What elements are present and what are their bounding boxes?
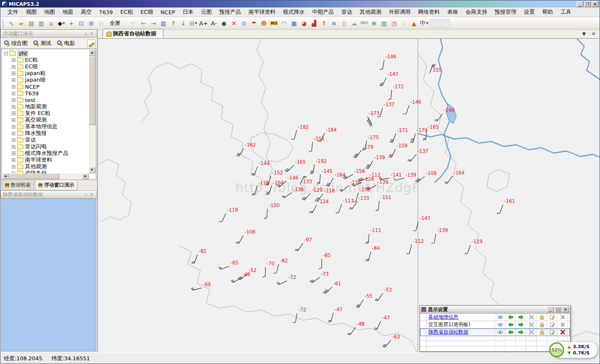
new-layer-icon[interactable]: + xyxy=(66,18,76,28)
scroll-down-icon[interactable]: ▼ xyxy=(89,167,95,173)
scroll-right-icon[interactable]: ▶ xyxy=(82,173,89,179)
animation-icon[interactable]: ▥ xyxy=(158,18,168,28)
eye-icon[interactable]: ◉ xyxy=(219,18,229,28)
tree-item-16[interactable]: +南半球资料 xyxy=(2,157,96,163)
expand-icon[interactable]: + xyxy=(12,105,15,109)
fill-style-icon[interactable]: ◆▼ xyxy=(56,18,66,28)
expand-icon[interactable]: + xyxy=(12,118,15,122)
print-icon[interactable]: ▥ xyxy=(36,18,46,28)
menu-item-23[interactable]: 设置 xyxy=(520,7,538,17)
edit-layer-icon[interactable] xyxy=(547,314,558,321)
network-monitor[interactable]: 52% 3.3K/S 0.7K/S xyxy=(552,342,598,358)
tree-item-1[interactable]: +EC粗 xyxy=(2,57,96,63)
tree-item-3[interactable]: +japan粗 xyxy=(2,70,96,77)
layer-settings-icon[interactable] xyxy=(526,329,537,336)
expand-icon[interactable]: + xyxy=(12,65,15,69)
menu-item-5[interactable]: 高空 xyxy=(77,7,95,17)
close-document-icon[interactable]: ✕ xyxy=(592,31,595,37)
close-button[interactable]: × xyxy=(592,1,598,7)
up-icon[interactable]: ↑ xyxy=(168,18,178,28)
tree-item-5[interactable]: +NCEP xyxy=(2,83,96,90)
maximize-icon[interactable]: □ xyxy=(555,307,561,312)
scroll-thumb[interactable] xyxy=(9,173,59,179)
tree-item-2[interactable]: +EC细 xyxy=(2,63,96,70)
move-forward-icon[interactable] xyxy=(516,314,526,321)
layer-name[interactable]: 陕西省自动站数据 xyxy=(427,329,495,336)
tree-item-8[interactable]: +地面观测 xyxy=(2,103,96,110)
map-viewport[interactable]: http://blog.csdn.net/HZdgF-146-147-172-1… xyxy=(98,39,600,352)
move-forward-icon[interactable] xyxy=(516,321,526,328)
menu-item-25[interactable]: 工具 xyxy=(557,7,575,17)
layer-settings-icon[interactable] xyxy=(526,314,537,321)
minimize-icon[interactable]: _ xyxy=(547,307,554,312)
tree-item-12[interactable]: +降水预报 xyxy=(2,130,96,137)
menu-item-3[interactable]: 地图 xyxy=(40,7,59,17)
cloud-run-icon[interactable]: ☁ xyxy=(349,18,359,28)
tile-windows-icon[interactable]: ⊞ xyxy=(86,18,96,28)
menu-item-21[interactable]: 会商支持 xyxy=(462,7,491,17)
menu-item-12[interactable]: 预报产品 xyxy=(215,7,245,17)
menu-item-20[interactable]: 表格 xyxy=(443,7,462,17)
menu-item-16[interactable]: 雷达 xyxy=(338,7,356,17)
next-icon[interactable]: → xyxy=(148,18,158,28)
print-preview-icon[interactable]: ▤ xyxy=(26,18,36,28)
tree-item-9[interactable]: +复件 EC粗 xyxy=(2,110,96,117)
antenna-icon[interactable]: ⟂ xyxy=(399,18,409,28)
tree-item-15[interactable]: +模式降水预报产品 xyxy=(2,150,96,157)
tree-item-4[interactable]: +japan细 xyxy=(2,77,96,83)
edit-layer-icon[interactable] xyxy=(547,321,558,328)
close-icon[interactable]: × xyxy=(562,307,569,312)
prev-icon[interactable]: ← xyxy=(138,18,148,28)
expand-icon[interactable]: + xyxy=(12,132,15,135)
menu-item-13[interactable]: 南半球资料 xyxy=(245,7,279,17)
visibility-icon[interactable] xyxy=(495,314,505,321)
scroll-thumb[interactable] xyxy=(89,56,95,125)
data-tree[interactable]: −zht+EC粗+EC细+japan粗+japan细+NCEP+T639+tes… xyxy=(1,49,96,180)
menu-item-7[interactable]: EC粗 xyxy=(117,7,137,17)
expand-icon[interactable]: + xyxy=(12,58,15,62)
expand-icon[interactable]: + xyxy=(12,145,15,149)
font-increase-icon[interactable]: A+ xyxy=(198,18,209,28)
lock-icon[interactable] xyxy=(537,329,547,336)
image-icon[interactable]: ▧ xyxy=(379,18,389,28)
menu-item-19[interactable]: 网络资料 xyxy=(414,7,443,17)
expand-icon[interactable]: + xyxy=(12,78,15,82)
pie-chart-icon[interactable]: ◕ xyxy=(299,18,309,28)
lock-icon[interactable] xyxy=(537,314,547,321)
layer-name[interactable]: 交互图层1(透明板) xyxy=(427,321,495,328)
menu-item-17[interactable]: 其他观测 xyxy=(356,7,385,17)
menu-item-22[interactable]: 预报管理 xyxy=(491,7,520,17)
expand-icon[interactable]: + xyxy=(12,152,15,155)
tree-item-11[interactable]: +基本地理信息 xyxy=(2,123,96,130)
menu-item-6[interactable]: T639 xyxy=(95,8,117,17)
tab-list-dropdown-icon[interactable]: ▼ xyxy=(582,31,585,37)
export-window-icon[interactable]: ⊡ xyxy=(76,18,86,28)
menu-item-11[interactable]: 云图 xyxy=(197,7,215,17)
edit-layer-icon[interactable] xyxy=(547,329,558,336)
team-icon[interactable]: ☻ xyxy=(259,18,269,28)
quick-button-3[interactable]: 电影 xyxy=(55,38,77,48)
visibility-icon[interactable] xyxy=(495,321,505,328)
close-doc-icon[interactable]: ✕ xyxy=(229,18,239,28)
menu-item-8[interactable]: EC细 xyxy=(137,7,157,17)
scroll-up-icon[interactable]: ▲ xyxy=(89,50,95,56)
alarm-icon[interactable]: ▲ xyxy=(409,18,419,28)
expand-icon[interactable]: + xyxy=(12,72,15,75)
awx-icon[interactable]: AWX xyxy=(359,18,369,28)
menu-item-9[interactable]: NCEP xyxy=(157,8,179,17)
bar-chart-icon[interactable]: ▟ xyxy=(309,18,319,28)
expand-icon[interactable]: + xyxy=(12,125,15,129)
tree-item-13[interactable]: +雷达 xyxy=(2,137,96,143)
tree-item-6[interactable]: +T639 xyxy=(2,90,96,97)
restore-button[interactable]: ❐ xyxy=(584,1,591,7)
rainbow-icon[interactable]: ◠ xyxy=(279,18,289,28)
clipboard-icon[interactable]: ▯ xyxy=(339,18,349,28)
layer-row-3[interactable]: 陕西省自动站数据 xyxy=(420,329,570,336)
menu-item-24[interactable]: 帮助 xyxy=(538,7,557,17)
open-folder-icon[interactable]: ▰ xyxy=(16,18,26,28)
search-doc-icon[interactable]: ⊙ xyxy=(239,18,249,28)
tree-root[interactable]: −zht xyxy=(2,50,96,57)
layer-name[interactable]: 基础地理信息 xyxy=(427,314,495,321)
expand-icon[interactable]: + xyxy=(12,158,15,162)
expand-icon[interactable]: + xyxy=(12,92,15,95)
